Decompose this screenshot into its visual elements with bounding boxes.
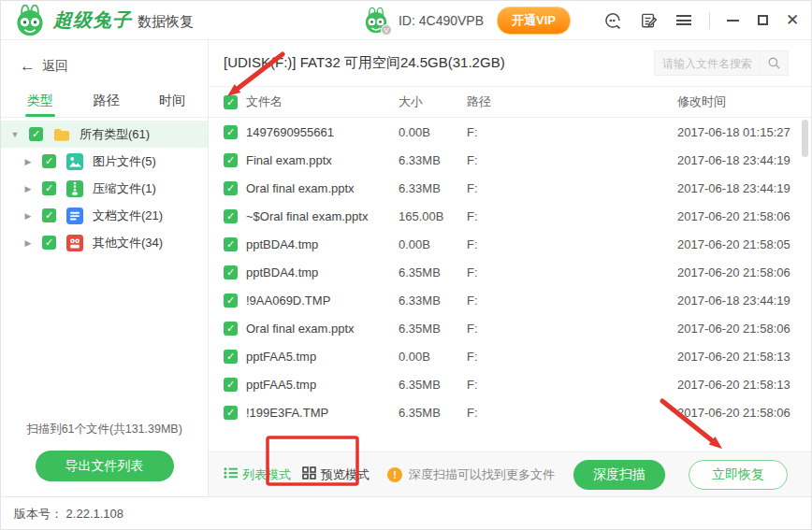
file-row[interactable]: pptBDA4.tmp0.00BF:2017-06-20 21:58:05 bbox=[209, 230, 811, 258]
back-arrow-icon: ← bbox=[20, 57, 36, 76]
file-path: F: bbox=[467, 153, 677, 167]
tree-item[interactable]: ▶图片文件(5) bbox=[1, 148, 208, 175]
tree-checkbox-checked[interactable] bbox=[42, 208, 56, 222]
tree-item[interactable]: ▶文档文件(21) bbox=[1, 202, 208, 229]
preview-mode-icon bbox=[302, 466, 321, 482]
row-checkbox-checked[interactable] bbox=[224, 209, 238, 223]
file-size: 0.00B bbox=[399, 237, 467, 251]
file-row[interactable]: ~$Oral final exam.pptx165.00BF:2017-06-2… bbox=[209, 202, 811, 230]
row-checkbox-checked[interactable] bbox=[224, 265, 238, 279]
row-checkbox-checked[interactable] bbox=[224, 406, 238, 420]
file-modified-time: 2017-06-20 21:58:13 bbox=[677, 350, 811, 364]
file-row[interactable]: Oral final exam.pptx6.35MBF:2017-06-20 2… bbox=[209, 314, 811, 342]
file-row[interactable]: !199E3FA.TMP6.35MBF:2017-06-20 21:58:06 bbox=[209, 398, 811, 426]
file-name: ~$Oral final exam.pptx bbox=[246, 209, 399, 223]
tree-item[interactable]: ▶其他文件(34) bbox=[1, 229, 208, 256]
main-panel: [UDISK(F:)] FAT32 可用空间24.5GB(31.2GB) 文件名… bbox=[209, 40, 811, 496]
select-all-checkbox[interactable] bbox=[224, 95, 238, 109]
file-name: Oral final exam.pptx bbox=[246, 322, 399, 336]
tree-item-label: 其他文件(34) bbox=[93, 235, 163, 251]
avatar[interactable]: V bbox=[363, 7, 389, 34]
file-row[interactable]: 14976909556610.00BF:2017-06-18 01:15:27 bbox=[209, 118, 811, 146]
close-button[interactable]: ✕ bbox=[785, 13, 800, 28]
file-size: 0.00B bbox=[399, 350, 467, 364]
tree-item-label: 所有类型(61) bbox=[80, 126, 150, 143]
row-checkbox-checked[interactable] bbox=[224, 153, 238, 167]
file-name: Oral final exam.pptx bbox=[246, 181, 399, 195]
tree-checkbox-checked[interactable] bbox=[42, 236, 56, 250]
file-row[interactable]: pptBDA4.tmp6.35MBF:2017-06-20 21:58:06 bbox=[209, 258, 811, 286]
warning-icon: ! bbox=[387, 467, 402, 482]
row-checkbox-checked[interactable] bbox=[224, 294, 238, 308]
sidebar-tab-type[interactable]: 类型 bbox=[25, 87, 55, 117]
column-header-name[interactable]: 文件名 bbox=[246, 93, 399, 110]
list-mode-button[interactable]: 列表模式 bbox=[224, 466, 291, 483]
file-path: F: bbox=[467, 181, 677, 195]
deep-scan-button[interactable]: 深度扫描 bbox=[573, 460, 665, 490]
file-path: F: bbox=[467, 125, 677, 139]
file-path: F: bbox=[467, 350, 677, 364]
scrollbar-thumb[interactable] bbox=[802, 120, 808, 157]
row-checkbox-checked[interactable] bbox=[224, 378, 238, 392]
user-id: ID: 4C490VPB bbox=[399, 13, 484, 28]
file-size: 6.33MB bbox=[399, 294, 467, 308]
row-checkbox-checked[interactable] bbox=[224, 322, 238, 336]
file-type-tree: ▼所有类型(61)▶图片文件(5)▶压缩文件(1)▶文档文件(21)▶其他文件(… bbox=[1, 118, 208, 256]
file-name: Final exam.pptx bbox=[246, 153, 399, 167]
sidebar-tab-path[interactable]: 路径 bbox=[92, 87, 122, 117]
tree-checkbox-checked[interactable] bbox=[42, 154, 56, 168]
feedback-icon[interactable] bbox=[638, 10, 659, 31]
file-modified-time: 2017-06-20 21:58:05 bbox=[677, 237, 811, 251]
column-header-size[interactable]: 大小 bbox=[399, 93, 467, 110]
chevron-down-icon[interactable]: ▼ bbox=[10, 130, 20, 139]
file-name: 1497690955661 bbox=[246, 125, 399, 139]
file-path: F: bbox=[467, 294, 677, 308]
search-icon[interactable] bbox=[760, 51, 788, 75]
chevron-right-icon[interactable]: ▶ bbox=[23, 211, 33, 221]
file-size: 6.35MB bbox=[399, 265, 467, 279]
row-checkbox-checked[interactable] bbox=[224, 350, 238, 364]
drive-title: [UDISK(F:)] FAT32 可用空间24.5GB(31.2GB) bbox=[224, 54, 505, 72]
tree-checkbox-checked[interactable] bbox=[42, 181, 56, 195]
tree-item[interactable]: ▶压缩文件(1) bbox=[1, 175, 208, 202]
file-name: pptFAA5.tmp bbox=[246, 378, 399, 392]
tree-checkbox-checked[interactable] bbox=[29, 127, 43, 141]
column-header-path[interactable]: 路径 bbox=[467, 93, 677, 110]
file-row[interactable]: pptFAA5.tmp0.00BF:2017-06-20 21:58:13 bbox=[209, 342, 811, 370]
chevron-right-icon[interactable]: ▶ bbox=[23, 184, 33, 193]
row-checkbox-checked[interactable] bbox=[224, 237, 238, 251]
chevron-right-icon[interactable]: ▶ bbox=[23, 157, 33, 166]
file-size: 6.35MB bbox=[399, 322, 467, 336]
file-name: !199E3FA.TMP bbox=[246, 406, 399, 420]
archive-file-icon bbox=[66, 180, 83, 197]
customer-support-icon[interactable] bbox=[602, 10, 623, 31]
file-modified-time: 2017-06-20 21:58:13 bbox=[677, 378, 811, 392]
preview-mode-button[interactable]: 预览模式 bbox=[302, 466, 370, 483]
column-header-time[interactable]: 修改时间 bbox=[677, 93, 811, 110]
search-input[interactable] bbox=[655, 57, 760, 70]
other-file-icon bbox=[66, 235, 83, 251]
file-row[interactable]: pptFAA5.tmp6.35MBF:2017-06-20 21:58:13 bbox=[209, 370, 811, 398]
table-header: 文件名 大小 路径 修改时间 bbox=[209, 87, 811, 118]
scan-summary: 扫描到61个文件(共131.39MB) bbox=[1, 422, 208, 437]
file-row[interactable]: Final exam.pptx6.33MBF:2017-06-18 23:44:… bbox=[209, 146, 811, 174]
export-file-list-button[interactable]: 导出文件列表 bbox=[36, 451, 174, 481]
row-checkbox-checked[interactable] bbox=[224, 181, 238, 195]
tree-item[interactable]: ▼所有类型(61) bbox=[1, 121, 208, 148]
file-row[interactable]: Oral final exam.pptx6.33MBF:2017-06-18 2… bbox=[209, 174, 811, 202]
minimize-button[interactable] bbox=[725, 13, 740, 28]
maximize-button[interactable] bbox=[755, 13, 770, 28]
chevron-right-icon[interactable]: ▶ bbox=[23, 238, 33, 248]
back-button[interactable]: ← 返回 bbox=[1, 40, 208, 81]
row-checkbox-checked[interactable] bbox=[224, 125, 238, 139]
file-path: F: bbox=[467, 237, 677, 251]
sidebar-tab-time[interactable]: 时间 bbox=[157, 87, 187, 117]
status-bar: 版本号： 2.22.1.108 bbox=[1, 497, 811, 530]
file-row[interactable]: !9AA069D.TMP6.33MBF:2017-06-18 23:44:19 bbox=[209, 286, 811, 314]
list-mode-icon bbox=[224, 466, 242, 482]
recover-now-button[interactable]: 立即恢复 bbox=[689, 460, 788, 490]
file-modified-time: 2017-06-18 01:15:27 bbox=[677, 125, 811, 139]
open-vip-button[interactable]: 开通VIP bbox=[497, 7, 571, 35]
menu-icon[interactable] bbox=[674, 10, 694, 31]
divider bbox=[709, 12, 710, 29]
